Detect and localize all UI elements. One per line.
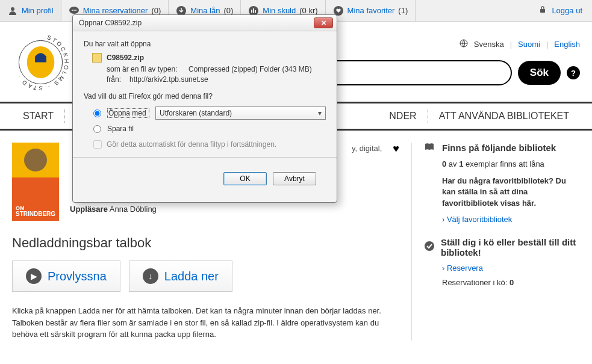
reserve-block: Ställ dig i kö eller beställ till ditt b… [424,237,580,288]
dialog-title: Öppnar C98592.zip [79,19,142,27]
section-title: Nedladdningsbar talbok [12,235,399,251]
file-row: C98592.zip [92,53,326,63]
nav-count: (0) [151,6,161,15]
file-from-row: från: http://arkiv2.tpb.sunet.se [107,75,326,84]
dialog-close-button[interactable]: ✕ [314,17,333,28]
radio-open-with-input[interactable] [93,110,101,117]
nav-label: Logga ut [552,6,582,15]
dialog-intro: Du har valt att öppna [84,40,326,48]
action-buttons: ▶ Provlyssna ↓ Ladda ner [12,261,399,292]
radio-save-file[interactable]: Spara fil [93,125,326,133]
svg-rect-7 [251,10,252,13]
stockholm-stad-logo: STOCKHOLMS · STAD · [12,34,69,91]
reader-label: Uppläsare [70,205,108,214]
dialog-body: Du har valt att öppna C98592.zip som är … [73,31,337,202]
svg-rect-11 [540,9,545,13]
dialog-question: Vad vill du att Firefox gör med denna fi… [84,92,326,100]
nav-item[interactable]: NDER [378,111,427,122]
lang-english[interactable]: English [554,40,580,49]
svg-point-0 [11,7,14,11]
person-icon [7,5,18,16]
radio-save-file-input[interactable] [93,125,101,133]
sidebar: Finns på följande bibliotek 0 av 1 exemp… [411,143,580,341]
svg-point-2 [72,10,73,11]
nav-favorites[interactable]: Mina favoriter (1) [326,0,416,21]
download-dialog: Öppnar C98592.zip ✕ Du har valt att öppn… [72,14,337,203]
nav-logout[interactable]: Logga ut [529,0,592,21]
queue-count: Reservationer i kö: 0 [442,277,580,288]
nav-label: Min skuld [263,6,296,15]
close-icon: ✕ [321,19,326,27]
reserve-link[interactable]: Reservera [442,264,580,273]
file-type-row: som är en fil av typen: Compressed (zipp… [107,65,326,73]
nav-label: Mina reservationer [83,6,148,15]
listen-button[interactable]: ▶ Provlyssna [12,261,120,292]
block-title: Finns på följande bibliotek [442,143,556,153]
download-button[interactable]: ↓ Ladda ner [129,261,232,292]
svg-point-16 [425,241,434,251]
nav-label: Min profil [22,6,54,15]
nav-start[interactable]: START [12,111,64,122]
block-title: Ställ dig i kö eller beställ till ditt b… [441,237,580,258]
reader-name: Anna Döbling [110,205,157,214]
choose-favorites-link[interactable]: Välj favoritbibliotek [442,215,580,224]
book-icon [424,143,436,153]
availability: 0 av 1 exemplar finns att låna [442,159,580,170]
svg-point-3 [73,10,75,11]
nav-count: (0) [223,6,233,15]
favorite-text: Har du några favoritbibliotek? Du kan st… [442,176,580,209]
libraries-block: Finns på följande bibliotek 0 av 1 exemp… [424,143,580,224]
dialog-ok-button[interactable]: OK [223,172,267,185]
nav-count: (1) [398,6,408,15]
auto-checkbox-row[interactable]: Gör detta automatiskt för denna filtyp i… [93,140,326,149]
globe-icon [460,39,468,49]
dialog-footer: OK Avbryt [84,166,326,194]
svg-rect-9 [255,10,256,13]
favorite-heart-icon[interactable]: ♥ [393,143,399,221]
zip-file-icon [92,53,102,63]
nav-count: (0 kr) [299,6,317,15]
play-icon: ▶ [26,268,42,284]
check-circle-icon [424,241,435,253]
file-name: C98592.zip [107,54,144,62]
download-icon: ↓ [143,268,158,284]
lock-icon [538,5,547,16]
language-selector: Svenska | Suomi | English [460,39,580,49]
nav-label: Mina lån [190,6,220,15]
lang-current[interactable]: Svenska [474,40,504,49]
lang-suomi[interactable]: Suomi [518,40,540,49]
auto-checkbox [93,140,102,149]
svg-rect-8 [253,8,254,13]
radio-open-with[interactable]: Öppna med Utforskaren (standard) [93,106,326,120]
search-button[interactable]: Sök [518,61,561,85]
dialog-cancel-button[interactable]: Avbryt [273,172,316,185]
dialog-titlebar[interactable]: Öppnar C98592.zip ✕ [73,15,337,31]
search-help-button[interactable]: ? [567,66,580,79]
nav-label: Mina favoriter [347,6,395,15]
svg-point-4 [75,10,76,11]
body-text: Klicka på knappen Ladda ner för att hämt… [12,305,399,341]
nav-use-library[interactable]: ATT ANVÄNDA BIBLIOTEKET [428,111,580,122]
open-with-dropdown[interactable]: Utforskaren (standard) [155,106,326,120]
nav-profile[interactable]: Min profil [0,0,61,21]
book-cover: OM STRINDBERG [12,143,59,221]
